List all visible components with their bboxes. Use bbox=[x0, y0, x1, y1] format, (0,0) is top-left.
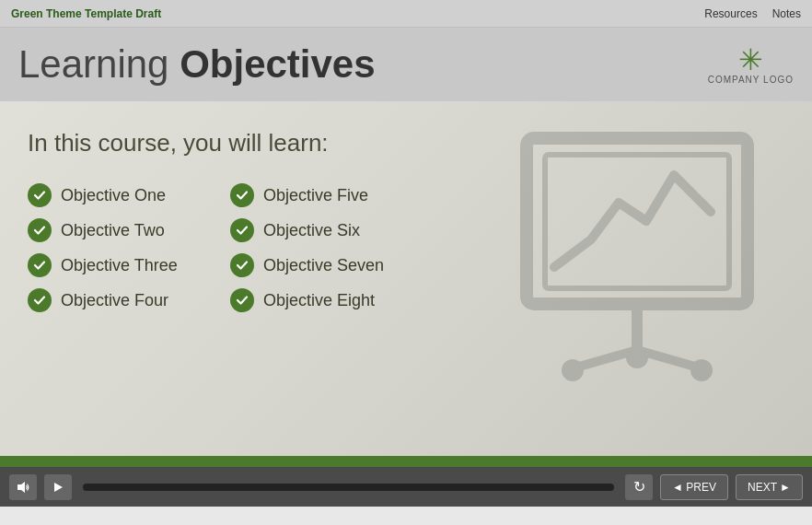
title-normal: Learning bbox=[18, 42, 180, 86]
objective-item: Objective Six bbox=[230, 218, 433, 242]
resources-link[interactable]: Resources bbox=[704, 7, 757, 20]
objectives-col-2: Objective Five Objective Six Objective S… bbox=[230, 183, 433, 312]
next-button[interactable]: NEXT ► bbox=[736, 474, 803, 500]
volume-button[interactable] bbox=[9, 474, 37, 500]
objective-item: Objective Four bbox=[28, 288, 230, 312]
logo-asterisk: ✳ bbox=[738, 45, 763, 75]
company-logo: ✳ COMPANY LOGO bbox=[708, 45, 794, 85]
objectives-col-1: Objective One Objective Two Objective Th… bbox=[28, 183, 230, 312]
check-icon bbox=[230, 288, 254, 312]
check-icon bbox=[28, 253, 52, 277]
objective-item: Objective One bbox=[28, 183, 230, 207]
slide-title: Learning Objectives bbox=[18, 42, 376, 87]
svg-point-5 bbox=[562, 359, 584, 381]
check-icon bbox=[230, 183, 254, 207]
check-icon bbox=[230, 253, 254, 277]
slide-content: In this course, you will learn: Objectiv… bbox=[0, 101, 812, 456]
objective-label: Objective Eight bbox=[263, 291, 375, 310]
controls-bar: ↻ ◄ PREV NEXT ► bbox=[0, 467, 812, 507]
objective-item: Objective Eight bbox=[230, 288, 433, 312]
objective-label: Objective Three bbox=[61, 256, 178, 275]
objective-label: Objective Four bbox=[61, 291, 168, 310]
objective-label: Objective Five bbox=[263, 186, 368, 205]
objective-label: Objective Six bbox=[263, 221, 360, 240]
top-bar: Green Theme Template Draft Resources Not… bbox=[0, 0, 812, 28]
title-bold: Objectives bbox=[180, 42, 375, 86]
objective-item: Objective Seven bbox=[230, 253, 433, 277]
top-bar-links: Resources Notes bbox=[704, 7, 801, 20]
bg-illustration bbox=[499, 120, 775, 396]
play-button[interactable] bbox=[44, 474, 72, 500]
svg-rect-1 bbox=[545, 155, 729, 288]
progress-bar[interactable] bbox=[83, 484, 614, 491]
green-bar bbox=[0, 456, 812, 467]
svg-rect-0 bbox=[527, 138, 748, 304]
objective-item: Objective Three bbox=[28, 253, 230, 277]
objective-label: Objective Seven bbox=[263, 256, 384, 275]
objective-item: Objective Two bbox=[28, 218, 230, 242]
refresh-button[interactable]: ↻ bbox=[625, 474, 653, 500]
prev-button[interactable]: ◄ PREV bbox=[660, 474, 728, 500]
objective-item: Objective Five bbox=[230, 183, 433, 207]
svg-marker-8 bbox=[17, 482, 25, 493]
svg-point-7 bbox=[690, 359, 713, 381]
check-icon bbox=[230, 218, 254, 242]
check-icon bbox=[28, 288, 52, 312]
objective-label: Objective Two bbox=[61, 221, 165, 240]
slide-header: Learning Objectives ✳ COMPANY LOGO bbox=[0, 28, 812, 101]
svg-marker-9 bbox=[54, 483, 63, 492]
check-icon bbox=[28, 218, 52, 242]
notes-link[interactable]: Notes bbox=[772, 7, 801, 20]
objective-label: Objective One bbox=[61, 186, 166, 205]
presentation-title: Green Theme Template Draft bbox=[11, 7, 161, 20]
check-icon bbox=[28, 183, 52, 207]
logo-text: COMPANY LOGO bbox=[708, 75, 794, 85]
svg-point-6 bbox=[626, 346, 648, 368]
